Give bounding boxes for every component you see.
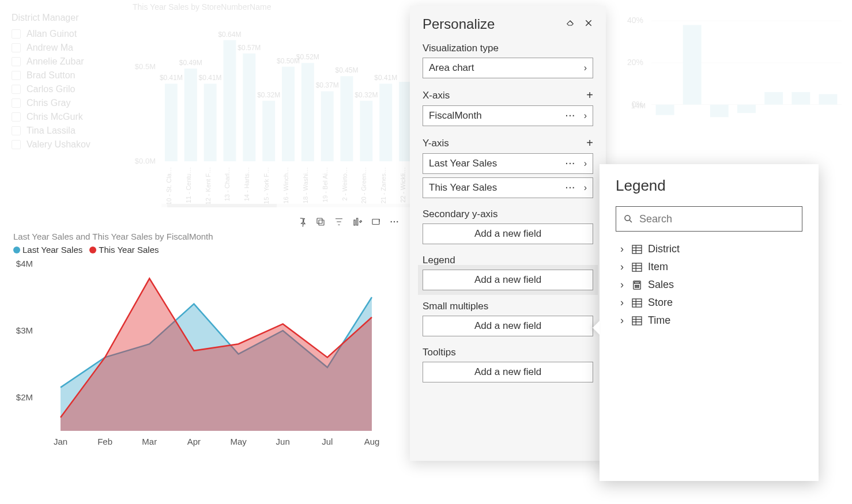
svg-rect-49 [683, 25, 702, 104]
tree-item-label: District [648, 243, 680, 255]
chevron-right-icon: › [620, 297, 626, 309]
clear-icon[interactable] [566, 18, 575, 30]
yaxis-value-1: Last Year Sales [429, 158, 497, 169]
svg-text:$3M: $3M [16, 325, 33, 335]
visual-toolbar [9, 213, 405, 229]
slicer-item[interactable]: Carlos Grilo [12, 84, 127, 94]
small-multiples-label: Small multiples [423, 301, 593, 312]
chevron-right-icon: › [584, 111, 587, 121]
slicer-item-label: Tina Lassila [27, 126, 76, 136]
tree-item-store[interactable]: ›Store [620, 297, 802, 309]
checkbox-icon[interactable] [12, 85, 21, 94]
table-icon [632, 245, 642, 254]
svg-rect-53 [791, 92, 810, 105]
area-chart-visual[interactable]: Last Year Sales and This Year Sales by F… [9, 213, 405, 464]
tree-item-label: Store [648, 297, 673, 309]
tree-item-item[interactable]: ›Item [620, 261, 802, 273]
svg-text:22 - Wickli…: 22 - Wickli… [399, 167, 406, 203]
svg-text:$0.41M: $0.41M [160, 74, 183, 82]
bar-chart-title: This Year Sales by StoreNumberName [133, 2, 421, 12]
svg-rect-58 [354, 220, 355, 225]
checkbox-icon[interactable] [12, 29, 21, 39]
legend-item-this-year: This Year Sales [89, 245, 159, 255]
svg-text:$0.5M: $0.5M [135, 62, 156, 71]
yaxis-label: Y-axis+ [423, 137, 593, 150]
tree-item-label: Sales [648, 279, 674, 291]
filter-icon[interactable] [334, 217, 344, 227]
svg-rect-86 [632, 298, 642, 306]
close-icon[interactable] [584, 18, 593, 30]
chevron-right-icon: › [584, 158, 587, 169]
bar-chart-store-sales: This Year Sales by StoreNumberName $0.5M… [121, 2, 421, 210]
more-icon[interactable]: ··· [566, 159, 576, 168]
slicer-item[interactable]: Valery Ushakov [12, 139, 127, 150]
legend-item-last-year: Last Year Sales [13, 245, 82, 255]
focus-mode-icon[interactable] [371, 217, 381, 227]
svg-text:Apr: Apr [187, 437, 201, 446]
svg-rect-87 [632, 316, 642, 324]
svg-text:19 - Bel Ai…: 19 - Bel Ai… [322, 167, 329, 202]
checkbox-icon[interactable] [12, 126, 21, 135]
slicer-item[interactable]: Tina Lassila [12, 126, 127, 136]
svg-text:$0.45M: $0.45M [335, 66, 359, 74]
slicer-item[interactable]: Chris Gray [12, 98, 127, 108]
svg-rect-79 [635, 282, 640, 283]
svg-text:18 - Washi…: 18 - Washi… [302, 167, 309, 203]
more-icon[interactable]: ··· [566, 183, 576, 192]
field-search-box[interactable] [616, 206, 802, 232]
checkbox-icon[interactable] [12, 43, 21, 52]
checkbox-icon[interactable] [12, 71, 21, 80]
add-tooltips-button[interactable]: Add a new field [423, 362, 593, 382]
tree-item-sales[interactable]: ›Sales [620, 279, 802, 291]
search-input[interactable] [639, 213, 795, 225]
checkbox-icon[interactable] [12, 98, 21, 108]
svg-text:May: May [230, 437, 247, 446]
svg-text:$0.32M: $0.32M [257, 91, 280, 99]
svg-point-62 [394, 221, 395, 222]
copy-icon[interactable] [315, 217, 326, 227]
district-manager-slicer: District Manager Allan GuinotAndrew MaAn… [12, 13, 127, 153]
slicer-item[interactable]: Andrew Ma [12, 43, 127, 53]
viz-type-dropdown[interactable]: Area chart › [423, 58, 593, 78]
checkbox-icon[interactable] [12, 112, 21, 122]
yaxis-field-1[interactable]: Last Year Sales ···› [423, 153, 593, 174]
more-options-icon[interactable] [389, 217, 399, 227]
add-secondary-yaxis-button[interactable]: Add a new field [423, 223, 593, 244]
slicer-item-label: Allan Guinot [27, 29, 77, 39]
svg-rect-29 [341, 76, 353, 161]
slicer-item-label: Annelie Zubar [27, 56, 84, 67]
svg-rect-17 [262, 101, 275, 161]
svg-text:21 - Zanes…: 21 - Zanes… [380, 167, 387, 204]
add-legend-button[interactable]: Add a new field [423, 270, 593, 290]
svg-text:$4M: $4M [16, 259, 33, 268]
tooltips-label: Tooltips [423, 347, 593, 358]
add-yaxis-icon[interactable]: + [586, 137, 593, 150]
checkbox-icon[interactable] [12, 57, 21, 66]
svg-text:Jul: Jul [322, 437, 333, 446]
add-small-multiples-button[interactable]: Add a new field [423, 316, 593, 336]
svg-text:14 - Harts…: 14 - Harts… [243, 167, 250, 201]
checkbox-icon[interactable] [12, 140, 21, 149]
svg-text:10 - St. Cla…: 10 - St. Cla… [165, 167, 172, 205]
svg-rect-51 [737, 105, 756, 113]
tree-item-time[interactable]: ›Time [620, 314, 802, 327]
slicer-item[interactable]: Allan Guinot [12, 29, 127, 39]
slicer-item[interactable]: Brad Sutton [12, 70, 127, 81]
search-icon [623, 214, 634, 224]
svg-rect-54 [819, 94, 837, 104]
xaxis-field[interactable]: FiscalMonth ···› [423, 105, 593, 126]
more-icon[interactable]: ··· [566, 111, 576, 120]
svg-point-85 [638, 286, 639, 287]
tree-item-district[interactable]: ›District [620, 243, 802, 255]
slicer-item[interactable]: Chris McGurk [12, 112, 127, 122]
add-xaxis-icon[interactable]: + [586, 89, 593, 102]
slicer-item[interactable]: Annelie Zubar [12, 56, 127, 67]
yaxis-field-2[interactable]: This Year Sales ···› [423, 177, 593, 198]
tree-item-label: Time [648, 314, 670, 327]
personalize-icon[interactable] [352, 217, 363, 227]
area-chart-legend: Last Year Sales This Year Sales [13, 245, 405, 255]
tree-item-label: Item [648, 261, 668, 273]
svg-rect-77 [632, 263, 642, 271]
pin-icon[interactable] [297, 217, 307, 227]
svg-text:Jan: Jan [54, 437, 67, 446]
